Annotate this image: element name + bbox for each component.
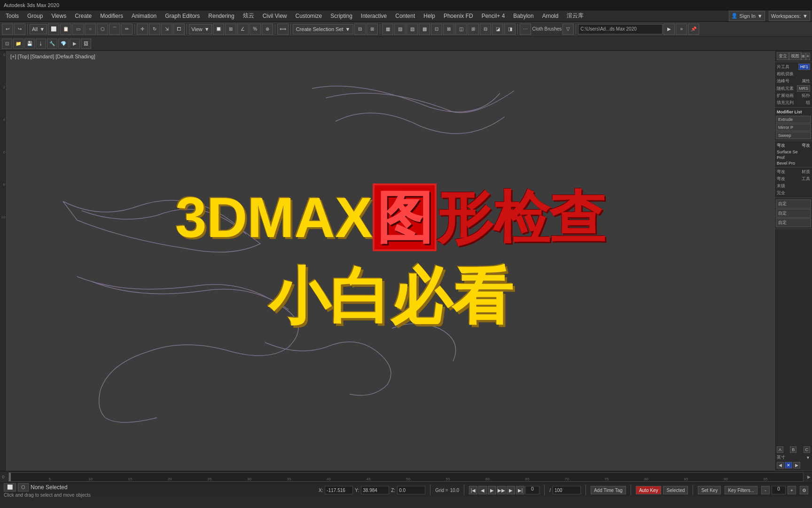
time-slider[interactable]: 5 10 15 20 25 30 35 40 45 50 55 60 65 70… xyxy=(8,472,804,482)
menu-content[interactable]: Content xyxy=(391,12,419,20)
save-file-btn[interactable]: 💾 xyxy=(24,39,35,49)
go-end-btn[interactable]: ▶| xyxy=(516,486,524,494)
rp-a-btn[interactable]: A xyxy=(777,446,783,453)
rp-custom-btn2[interactable]: 自定 xyxy=(776,209,811,218)
sign-in-button[interactable]: 👤 Sign In ▼ xyxy=(729,11,765,21)
3d-snap-btn[interactable]: 🔲 xyxy=(213,24,224,35)
rp-b-btn[interactable]: B xyxy=(790,446,796,453)
named-sel-btn1[interactable]: ⊟ xyxy=(354,24,366,35)
menu-civil-view[interactable]: Civil View xyxy=(259,12,291,20)
rect-select-btn[interactable]: ▭ xyxy=(72,24,84,35)
menu-yuncloud[interactable]: 炫云 xyxy=(239,11,258,21)
pin-btn[interactable]: 📌 xyxy=(688,24,699,35)
rp-sweep-btn[interactable]: Sweep xyxy=(776,132,811,139)
angle-snap-btn[interactable]: ∠ xyxy=(237,24,249,35)
rp-icon-btn1[interactable]: ⊞ xyxy=(801,53,806,60)
key-filters-btn[interactable]: Key Filters... xyxy=(725,486,757,494)
material-editor-btn[interactable]: 💎 xyxy=(58,39,69,49)
rp-next-btn[interactable]: ▶ xyxy=(793,462,800,468)
rp-c-btn[interactable]: C xyxy=(804,446,811,453)
filter-dropdown[interactable]: All ▼ xyxy=(30,24,47,34)
menu-graph-editors[interactable]: Graph Editors xyxy=(161,12,203,20)
open-file-btn[interactable]: 📁 xyxy=(13,39,23,49)
y-coord-field[interactable]: 38.984 xyxy=(361,486,389,494)
render-frame-btn[interactable]: 🖼 xyxy=(81,39,91,49)
play-btn[interactable]: ▶ xyxy=(488,486,496,494)
named-sel-btn2[interactable]: ⊞ xyxy=(367,24,378,35)
path-browse-btn[interactable]: ▶ xyxy=(664,24,675,35)
rp-mirror-btn[interactable]: Mirror P xyxy=(776,124,811,131)
menu-pencil[interactable]: Pencil+ 4 xyxy=(478,12,509,20)
select-by-name-btn[interactable]: 📋 xyxy=(60,24,71,35)
menu-animation[interactable]: Animation xyxy=(128,12,160,20)
layer-btn5[interactable]: ⊡ xyxy=(431,24,442,35)
render-setup-btn[interactable]: 🔧 xyxy=(47,39,57,49)
menu-phoenix[interactable]: Phoenix FD xyxy=(440,12,477,20)
frame-expand[interactable]: ▶ xyxy=(805,475,812,479)
menu-views[interactable]: Views xyxy=(47,12,70,20)
selection-icon-btn[interactable]: ⬜ xyxy=(4,483,16,492)
rp-custom-btn1[interactable]: 自定 xyxy=(776,199,811,208)
rp-custom-btn3[interactable]: 自定 xyxy=(776,218,811,227)
frame-counter[interactable]: 0 xyxy=(772,486,786,494)
go-start-btn[interactable]: |◀ xyxy=(469,486,477,494)
snap-toggle-btn[interactable]: ⊞ xyxy=(225,24,236,35)
layer-btn9[interactable]: ⊟ xyxy=(480,24,491,35)
layer-btn7[interactable]: ◫ xyxy=(455,24,467,35)
expand-btn[interactable]: » xyxy=(676,24,687,35)
circle-select-btn[interactable]: ○ xyxy=(85,24,96,35)
layer-btn2[interactable]: ▧ xyxy=(394,24,406,35)
rp-extrude-btn[interactable]: Extrude xyxy=(776,116,811,123)
set-key-btn[interactable]: Set Key xyxy=(698,486,721,494)
rp-icon-btn2[interactable]: ≡ xyxy=(806,53,811,60)
move-btn[interactable]: ✛ xyxy=(137,24,148,35)
x-coord-field[interactable]: -117.516 xyxy=(325,486,353,494)
rp-shitu-btn[interactable]: 视图 xyxy=(789,52,801,60)
new-file-btn[interactable]: ⊡ xyxy=(2,39,12,49)
menu-group[interactable]: Group xyxy=(23,12,47,20)
cloth-opt-btn[interactable]: ▽ xyxy=(562,24,574,35)
z-coord-field[interactable]: 0.0 xyxy=(397,486,425,494)
frame-plus-btn[interactable]: + xyxy=(788,486,796,494)
lasso-select-btn[interactable]: ⌒ xyxy=(109,24,120,35)
import-btn[interactable]: ⭳ xyxy=(36,39,46,49)
frame-total-field[interactable]: 100 xyxy=(553,486,581,494)
menu-create[interactable]: Create xyxy=(71,12,95,20)
next-frame-btn[interactable]: ▶ xyxy=(507,486,515,494)
layer-btn6[interactable]: ⊠ xyxy=(443,24,454,35)
frame-minus-btn[interactable]: - xyxy=(761,486,770,494)
rp-bianliu-btn[interactable]: 变立 xyxy=(777,52,789,60)
menu-arnold[interactable]: Arnold xyxy=(539,12,562,20)
spinner-btn[interactable]: ⊛ xyxy=(262,24,273,35)
menu-rendering[interactable]: Rendering xyxy=(204,12,238,20)
menu-babylon[interactable]: Babylon xyxy=(509,12,537,20)
percent-snap-btn[interactable]: % xyxy=(250,24,261,35)
scale-btn[interactable]: ⇲ xyxy=(161,24,172,35)
menu-customize[interactable]: Customize xyxy=(291,12,326,20)
prev-frame-btn[interactable]: ◀ xyxy=(478,486,487,494)
viewport[interactable]: [+] [Top] [Standard] [Default Shading] xyxy=(7,51,774,471)
layer-btn11[interactable]: ◨ xyxy=(504,24,515,35)
menu-interactive[interactable]: Interactive xyxy=(357,12,390,20)
menu-help[interactable]: Help xyxy=(420,12,439,20)
select-object-btn[interactable]: ⬜ xyxy=(48,24,59,35)
current-frame-input[interactable]: 0 xyxy=(525,486,539,494)
layer-btn3[interactable]: ▨ xyxy=(406,24,418,35)
paint-select-btn[interactable]: ✏ xyxy=(121,24,133,35)
layer-btn1[interactable]: ▦ xyxy=(382,24,393,35)
workspaces-dropdown[interactable]: Workspaces: ▼ xyxy=(769,11,810,21)
play-all-btn[interactable]: ▶▶ xyxy=(497,486,506,494)
auto-key-btn[interactable]: Auto Key xyxy=(636,486,662,494)
rp-hf1-btn[interactable]: HF1 xyxy=(798,64,810,70)
redo-button[interactable]: ↪ xyxy=(14,24,25,35)
layer-btn10[interactable]: ◪ xyxy=(492,24,503,35)
render-btn[interactable]: ▶ xyxy=(70,39,80,49)
cloth-btn[interactable]: ⋯ xyxy=(520,24,531,35)
rotate-btn[interactable]: ↻ xyxy=(149,24,160,35)
rp-prev-btn[interactable]: ◀ xyxy=(777,462,784,468)
layer-btn4[interactable]: ▩ xyxy=(419,24,430,35)
mirror-btn[interactable]: ⟺ xyxy=(277,24,289,35)
rp-mrs-btn[interactable]: MRS xyxy=(797,85,810,92)
layer-btn8[interactable]: ⊞ xyxy=(468,24,479,35)
selected-btn[interactable]: Selected xyxy=(663,486,688,494)
